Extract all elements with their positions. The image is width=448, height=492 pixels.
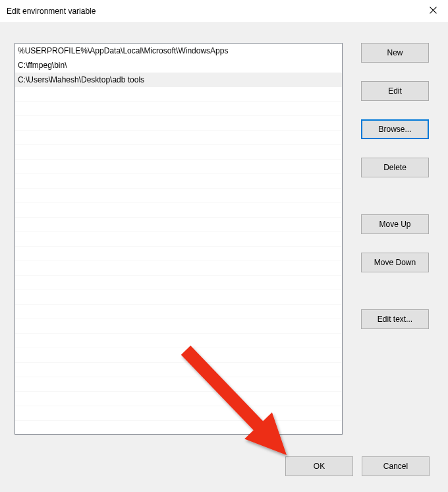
list-item[interactable] bbox=[15, 203, 342, 218]
move-up-button[interactable]: Move Up bbox=[361, 214, 429, 234]
browse-button[interactable]: Browse... bbox=[361, 119, 429, 139]
close-button[interactable] bbox=[418, 0, 448, 22]
list-item[interactable]: %USERPROFILE%\AppData\Local\Microsoft\Wi… bbox=[15, 44, 342, 58]
list-item[interactable] bbox=[15, 247, 342, 261]
edit-button[interactable]: Edit bbox=[361, 81, 429, 101]
list-item[interactable] bbox=[15, 392, 342, 406]
list-item[interactable] bbox=[15, 290, 342, 305]
list-item[interactable] bbox=[15, 348, 342, 363]
list-item[interactable] bbox=[15, 334, 342, 348]
list-item[interactable] bbox=[15, 406, 342, 421]
list-item[interactable] bbox=[15, 276, 342, 290]
list-item[interactable] bbox=[15, 232, 342, 247]
delete-button[interactable]: Delete bbox=[361, 158, 429, 177]
cancel-button[interactable]: Cancel bbox=[362, 456, 430, 476]
window-title: Edit environment variable bbox=[7, 7, 96, 16]
list-item[interactable] bbox=[15, 377, 342, 392]
list-item[interactable] bbox=[15, 421, 342, 435]
list-item[interactable]: C:\Users\Mahesh\Desktop\adb tools bbox=[15, 73, 342, 87]
list-item[interactable] bbox=[15, 189, 342, 203]
list-item[interactable] bbox=[15, 102, 342, 116]
new-button[interactable]: New bbox=[361, 43, 429, 63]
dialog-body: %USERPROFILE%\AppData\Local\Microsoft\Wi… bbox=[0, 22, 448, 492]
list-item[interactable] bbox=[15, 160, 342, 174]
list-item[interactable] bbox=[15, 145, 342, 160]
list-item[interactable] bbox=[15, 305, 342, 319]
list-item[interactable] bbox=[15, 116, 342, 131]
list-item[interactable] bbox=[15, 261, 342, 276]
list-item[interactable] bbox=[15, 131, 342, 145]
ok-button[interactable]: OK bbox=[285, 456, 353, 476]
paths-listbox[interactable]: %USERPROFILE%\AppData\Local\Microsoft\Wi… bbox=[14, 43, 343, 435]
list-item[interactable] bbox=[15, 319, 342, 334]
close-icon bbox=[430, 7, 437, 16]
list-item[interactable] bbox=[15, 363, 342, 377]
list-item[interactable] bbox=[15, 174, 342, 189]
list-item[interactable] bbox=[15, 87, 342, 102]
move-down-button[interactable]: Move Down bbox=[361, 253, 429, 272]
bottom-buttons: OK Cancel bbox=[285, 456, 430, 476]
list-item[interactable] bbox=[15, 218, 342, 232]
list-item[interactable]: C:\ffmpeg\bin\ bbox=[15, 58, 342, 73]
titlebar: Edit environment variable bbox=[0, 0, 448, 22]
edit-text-button[interactable]: Edit text... bbox=[361, 309, 429, 329]
